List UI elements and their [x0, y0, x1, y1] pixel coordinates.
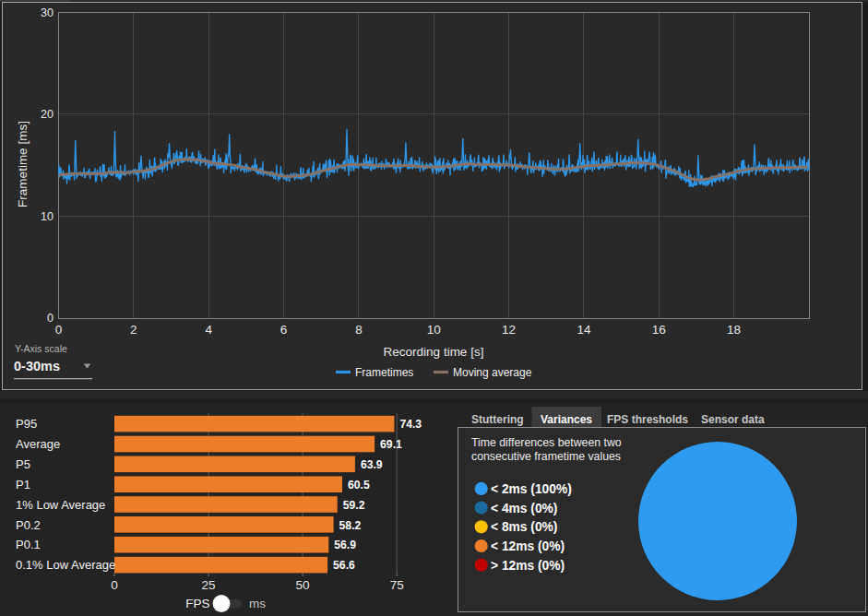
svg-text:59.2: 59.2	[343, 499, 365, 512]
svg-text:P5: P5	[16, 457, 30, 471]
svg-text:8: 8	[355, 323, 363, 337]
svg-text:10: 10	[41, 210, 54, 223]
svg-text:56.6: 56.6	[333, 559, 355, 572]
svg-text:18: 18	[727, 323, 741, 337]
svg-text:16: 16	[652, 323, 666, 337]
svg-text:25: 25	[202, 578, 216, 592]
svg-text:FPS thresholds: FPS thresholds	[607, 413, 688, 426]
svg-text:63.9: 63.9	[361, 458, 383, 471]
svg-text:0: 0	[111, 578, 118, 592]
svg-text:Frametime [ms]: Frametime [ms]	[16, 121, 30, 207]
svg-text:12: 12	[502, 323, 516, 337]
svg-text:69.1: 69.1	[380, 438, 402, 451]
svg-text:P0.2: P0.2	[16, 518, 41, 532]
svg-text:2: 2	[130, 323, 137, 337]
svg-text:Moving average: Moving average	[453, 366, 532, 379]
svg-text:Time differences between two: Time differences between two	[471, 436, 622, 449]
svg-text:< 2ms (100%): < 2ms (100%)	[491, 482, 572, 496]
svg-text:30: 30	[41, 6, 54, 19]
svg-text:10: 10	[427, 323, 441, 337]
svg-text:Average: Average	[16, 437, 60, 451]
svg-text:Sensor data: Sensor data	[701, 413, 765, 426]
svg-text:Y-Axis scale: Y-Axis scale	[15, 343, 67, 354]
svg-text:56.9: 56.9	[334, 539, 356, 551]
svg-text:50: 50	[296, 578, 310, 592]
svg-text:0.1% Low Average: 0.1% Low Average	[16, 558, 115, 572]
svg-text:FPS: FPS	[185, 597, 209, 610]
svg-text:P0.1: P0.1	[16, 538, 41, 551]
svg-text:Stuttering: Stuttering	[471, 413, 524, 426]
svg-text:20: 20	[41, 108, 54, 121]
svg-text:P95: P95	[16, 417, 37, 431]
svg-text:< 4ms (0%): < 4ms (0%)	[491, 502, 557, 515]
svg-text:75: 75	[390, 578, 404, 592]
svg-text:> 12ms (0%): > 12ms (0%)	[491, 559, 565, 573]
svg-text:Recording time [s]: Recording time [s]	[384, 345, 484, 359]
svg-text:P1: P1	[16, 478, 30, 492]
svg-text:6: 6	[280, 323, 288, 337]
svg-text:14: 14	[577, 323, 591, 337]
svg-text:consecutive frametime values: consecutive frametime values	[471, 450, 621, 463]
svg-text:ms: ms	[249, 597, 266, 610]
svg-text:< 12ms (0%): < 12ms (0%)	[491, 539, 565, 553]
svg-text:1% Low Average: 1% Low Average	[16, 498, 105, 512]
svg-text:4: 4	[205, 323, 212, 337]
svg-text:< 8ms (0%): < 8ms (0%)	[491, 520, 557, 534]
svg-text:60.5: 60.5	[348, 479, 370, 492]
svg-text:0: 0	[47, 312, 54, 325]
svg-text:74.3: 74.3	[399, 418, 422, 431]
svg-text:Variances: Variances	[541, 413, 592, 426]
svg-text:Frametimes: Frametimes	[355, 366, 413, 379]
svg-text:58.2: 58.2	[339, 519, 362, 532]
svg-text:0: 0	[55, 323, 63, 337]
svg-text:0-30ms: 0-30ms	[14, 359, 60, 373]
